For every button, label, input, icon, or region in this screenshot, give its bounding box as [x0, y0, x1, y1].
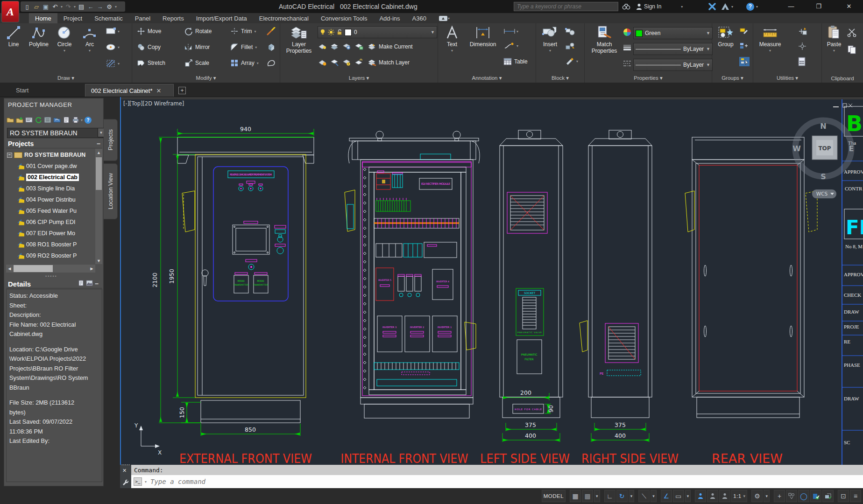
command-recent-caret[interactable]: ▾ [145, 480, 147, 484]
annotation-monitor-button[interactable]: + [774, 490, 785, 502]
pm-toolbar-caret[interactable]: ▾ [81, 118, 83, 122]
details-preview-icon[interactable] [86, 280, 93, 286]
scroll-up-icon[interactable]: ▲ [95, 149, 102, 156]
redo-caret[interactable]: ▾ [74, 5, 76, 9]
qat-customize-caret[interactable]: ▾ [115, 5, 117, 9]
tree-item-003[interactable]: 003 Single line Dia [17, 183, 75, 194]
graphics-performance-button[interactable] [810, 490, 821, 502]
publish-camera-icon[interactable]: ▾ [432, 13, 456, 23]
measure-caret[interactable]: ▾ [769, 49, 771, 53]
hatch-caret[interactable]: ▾ [118, 62, 120, 66]
insert-button[interactable]: Insert ▾ [539, 25, 561, 53]
erase-brush-button[interactable] [267, 27, 276, 35]
drawing-close-icon[interactable] [849, 104, 852, 107]
refresh-icon[interactable] [34, 116, 42, 124]
create-block-button[interactable] [565, 27, 575, 35]
layer-unlock-all-icon[interactable] [343, 59, 351, 66]
a360-button[interactable]: ▾ [721, 2, 733, 11]
layer-on-all-icon[interactable] [318, 59, 327, 66]
new-tab-button[interactable]: + [178, 87, 186, 94]
arc-button[interactable]: Arc ▾ [78, 25, 101, 53]
snap-mode-button[interactable]: ▩ [582, 490, 593, 502]
app-menu-button[interactable]: A [1, 1, 19, 22]
insert-caret[interactable]: ▾ [549, 49, 551, 53]
tab-start[interactable]: Start [10, 84, 34, 97]
isodraft-button[interactable]: ⟍ [638, 490, 650, 502]
hatch-button[interactable]: ▾ [106, 59, 120, 68]
new-file-icon[interactable]: ▯ [23, 3, 31, 10]
dimension-button[interactable]: Dimension [465, 25, 501, 48]
scroll-right-icon[interactable]: ► [88, 265, 95, 273]
tab-reports[interactable]: Reports [156, 13, 190, 23]
pm-help-icon[interactable]: ? [84, 116, 92, 124]
dim-style-caret[interactable]: ▾ [516, 29, 518, 34]
layer-isolate-icon[interactable] [331, 43, 339, 50]
object-color-combo[interactable]: Green ▼ [633, 27, 713, 39]
group-selection-toggle[interactable] [739, 57, 750, 66]
annotation-autoscale-button[interactable] [707, 490, 718, 502]
block-editor-button[interactable]: ▾ [565, 57, 578, 65]
tab-panel[interactable]: Panel [129, 13, 156, 23]
leader-caret[interactable]: ▾ [516, 44, 518, 48]
annotation-scale-value[interactable]: 1:1 ▾ [731, 490, 747, 502]
plot-icon[interactable]: ⚙ [106, 3, 113, 10]
tree-item-009[interactable]: 009 RO2 Booster P [17, 251, 77, 261]
object-snap-tracking-button[interactable]: ∠ [661, 490, 672, 502]
exchange-apps-button[interactable] [708, 2, 716, 11]
details-doc-icon[interactable] [78, 280, 84, 286]
rotate-button[interactable]: Rotate [184, 27, 212, 35]
paste-caret[interactable]: ▾ [833, 49, 835, 53]
tab-a360[interactable]: A360 [406, 13, 432, 23]
quick-calculator-button[interactable] [797, 57, 806, 66]
trim-caret[interactable]: ▾ [255, 29, 256, 34]
tree-item-004[interactable]: 004 Power Distribu [17, 195, 76, 205]
quick-properties-button[interactable] [786, 490, 797, 502]
tab-close-icon[interactable]: ✕ [156, 87, 162, 94]
tab-project[interactable]: Project [57, 13, 88, 23]
ortho-mode-button[interactable]: ∟ [604, 490, 615, 502]
scale-button[interactable]: Scale [184, 59, 209, 67]
project-wide-update-icon[interactable] [53, 116, 61, 124]
block-attributes-button[interactable] [565, 42, 575, 50]
isodraft-caret[interactable]: ▾ [651, 490, 657, 502]
projects-collapse-button[interactable]: − [97, 140, 100, 147]
copy-clip-button[interactable] [847, 45, 856, 54]
ungroup-button[interactable] [739, 42, 749, 49]
command-history[interactable]: Command: [131, 465, 863, 475]
tree-item-008[interactable]: 008 RO1 Booster P [17, 239, 77, 250]
tree-item-007[interactable]: 007 EDI Power Mo [17, 228, 75, 238]
forward-arrow-icon[interactable]: → [96, 3, 104, 10]
move-button[interactable]: Move [137, 27, 161, 35]
circle-button[interactable]: Circle ▾ [52, 25, 77, 53]
panel-label-modify[interactable]: Modify ▾ [132, 75, 280, 81]
help-caret[interactable]: ▾ [756, 5, 758, 9]
command-palette-grip[interactable]: ••••• ✕ [120, 465, 131, 488]
drawing-restore-icon[interactable] [843, 104, 847, 107]
panel-label-layers[interactable]: Layers ▾ [280, 75, 438, 81]
search-input[interactable] [514, 3, 618, 10]
stretch-button[interactable]: Stretch [137, 59, 165, 67]
help-button[interactable]: ? ▾ [746, 2, 758, 11]
object-snap-button[interactable]: ▭ [673, 490, 684, 502]
tree-collapse-icon[interactable]: − [7, 153, 12, 158]
tree-horizontal-scrollbar[interactable]: ◄ ► [6, 265, 95, 273]
cut-button[interactable] [847, 28, 857, 37]
panel-label-block[interactable]: Block ▾ [536, 75, 584, 81]
fillet-button[interactable]: Fillet ▾ [230, 43, 257, 51]
open-file-icon[interactable]: ▱ [33, 3, 40, 10]
drawing-window-controls[interactable] [833, 104, 852, 107]
drawing-canvas[interactable]: .w{stroke:#dde3e9;fill:none;stroke-width… [120, 97, 863, 465]
open-project-icon[interactable] [6, 116, 14, 124]
workspace-switching-button[interactable]: ⚙ [751, 490, 763, 502]
workspace-caret[interactable]: ▾ [764, 490, 770, 502]
annotation-scale-button[interactable] [719, 490, 730, 502]
copy-button[interactable]: Copy [137, 43, 161, 51]
ellipse-button[interactable]: ▾ [106, 43, 120, 51]
tree-item-005[interactable]: 005 Feed Water Pu [17, 206, 77, 216]
project-properties-icon[interactable] [25, 116, 33, 124]
publish-caret[interactable]: ▾ [448, 16, 450, 21]
explode-button[interactable] [267, 43, 276, 51]
color-combo-caret[interactable]: ▼ [706, 31, 710, 35]
close-button[interactable]: ✕ [839, 0, 859, 12]
redo-icon[interactable]: ↷ [64, 3, 72, 10]
